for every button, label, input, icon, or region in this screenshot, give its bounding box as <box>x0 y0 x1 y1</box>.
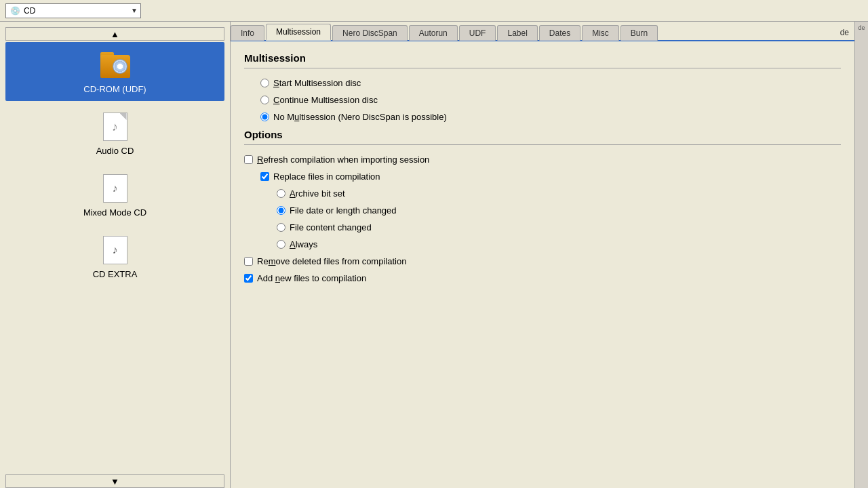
cd-extra-icon: ♪ <box>99 234 132 266</box>
tab-misc[interactable]: Misc <box>582 25 619 41</box>
main-layout: ▲ CD-ROM (UDF) <box>0 22 868 488</box>
file-date-length-label: File date or length changed <box>290 205 397 216</box>
cd-selector[interactable]: 💿 CD ▼ <box>5 3 141 18</box>
continue-multisession-radio[interactable] <box>260 96 269 104</box>
start-multisession-row: Start Multisession disc <box>260 78 841 88</box>
cdrom-udf-icon <box>99 49 132 81</box>
options-section-title: Options <box>244 129 841 140</box>
replace-files-checkbox[interactable] <box>260 172 269 181</box>
content-area: Info Multisession Nero DiscSpan Autorun … <box>231 22 854 488</box>
sidebar-item-mixed-mode-cd[interactable]: ♪ Mixed Mode CD <box>5 165 224 224</box>
cd-selector-label: CD <box>24 6 131 16</box>
remove-deleted-checkbox[interactable] <box>244 257 253 266</box>
sidebar-item-cd-extra[interactable]: ♪ CD EXTRA <box>5 227 224 286</box>
panel-content: Multisession Start Multisession disc Con… <box>231 41 854 488</box>
cd-icon: 💿 <box>9 5 21 17</box>
tab-info[interactable]: Info <box>231 25 264 41</box>
file-date-length-row: File date or length changed <box>277 205 841 216</box>
tab-udf[interactable]: UDF <box>459 25 496 41</box>
file-content-label: File content changed <box>290 222 372 232</box>
options-divider <box>244 144 841 145</box>
start-multisession-radio[interactable] <box>260 79 269 87</box>
audio-cd-icon: ♪ <box>99 110 132 143</box>
no-multisession-label: No Multisession (Nero DiscSpan is possib… <box>273 112 447 122</box>
tab-dates[interactable]: Dates <box>539 25 580 41</box>
archive-bit-row: Archive bit set <box>277 188 841 199</box>
cdrom-udf-label: CD-ROM (UDF) <box>83 84 146 94</box>
remove-deleted-label: Remove deleted files from compilation <box>257 256 406 266</box>
no-multisession-row: No Multisession (Nero DiscSpan is possib… <box>260 112 841 122</box>
continue-multisession-row: Continue Multisession disc <box>260 95 841 105</box>
continue-multisession-label: Continue Multisession disc <box>273 95 378 105</box>
sidebar-item-cdrom-udf[interactable]: CD-ROM (UDF) <box>5 42 224 101</box>
remove-deleted-row: Remove deleted files from compilation <box>244 256 841 266</box>
sidebar-scroll-up-button[interactable]: ▲ <box>5 27 224 41</box>
mixed-mode-cd-icon: ♪ <box>99 172 132 205</box>
sidebar: ▲ CD-ROM (UDF) <box>0 22 231 488</box>
tab-autorun[interactable]: Autorun <box>409 25 458 41</box>
add-new-files-row: Add new files to compilation <box>244 273 841 283</box>
refresh-compilation-label: Refresh compilation when importing sessi… <box>257 155 429 165</box>
archive-bit-label: Archive bit set <box>290 188 345 199</box>
sidebar-selection-arrow <box>222 66 224 77</box>
no-multisession-radio[interactable] <box>260 113 269 121</box>
tab-multisession[interactable]: Multisession <box>266 24 331 41</box>
right-edge-label: de <box>858 24 865 31</box>
multisession-section-title: Multisession <box>244 52 841 64</box>
add-new-files-label: Add new files to compilation <box>257 273 366 283</box>
file-content-row: File content changed <box>277 222 841 232</box>
options-section: Options Refresh compilation when importi… <box>244 129 841 283</box>
tab-nero-discspan[interactable]: Nero DiscSpan <box>332 25 408 41</box>
replace-files-row: Replace files in compilation <box>260 171 841 182</box>
de-label: de <box>840 28 849 37</box>
right-edge-bar: de <box>854 22 868 488</box>
always-row: Always <box>277 239 841 249</box>
start-multisession-label: Start Multisession disc <box>273 78 361 88</box>
tab-label[interactable]: Label <box>497 25 537 41</box>
archive-bit-radio[interactable] <box>277 189 285 198</box>
always-radio[interactable] <box>277 240 285 249</box>
tab-burn[interactable]: Burn <box>620 25 658 41</box>
always-label: Always <box>290 239 317 249</box>
multisession-divider <box>244 68 841 68</box>
file-date-length-radio[interactable] <box>277 206 285 215</box>
refresh-compilation-row: Refresh compilation when importing sessi… <box>244 155 841 165</box>
cd-selector-arrow-icon: ▼ <box>131 7 138 14</box>
sidebar-scroll-area: CD-ROM (UDF) ♪ Audio CD <box>5 42 224 473</box>
add-new-files-checkbox[interactable] <box>244 274 253 283</box>
tab-extra-area: de <box>835 25 854 40</box>
replace-files-label: Replace files in compilation <box>273 171 380 182</box>
sidebar-item-audio-cd[interactable]: ♪ Audio CD <box>5 104 224 163</box>
file-content-radio[interactable] <box>277 223 285 232</box>
mixed-mode-cd-label: Mixed Mode CD <box>83 207 146 218</box>
top-bar: 💿 CD ▼ <box>0 0 868 22</box>
cd-extra-label: CD EXTRA <box>93 269 138 279</box>
audio-cd-label: Audio CD <box>96 146 134 156</box>
refresh-compilation-checkbox[interactable] <box>244 155 253 164</box>
sidebar-scroll-down-button[interactable]: ▼ <box>5 474 224 488</box>
tab-bar: Info Multisession Nero DiscSpan Autorun … <box>231 22 854 41</box>
